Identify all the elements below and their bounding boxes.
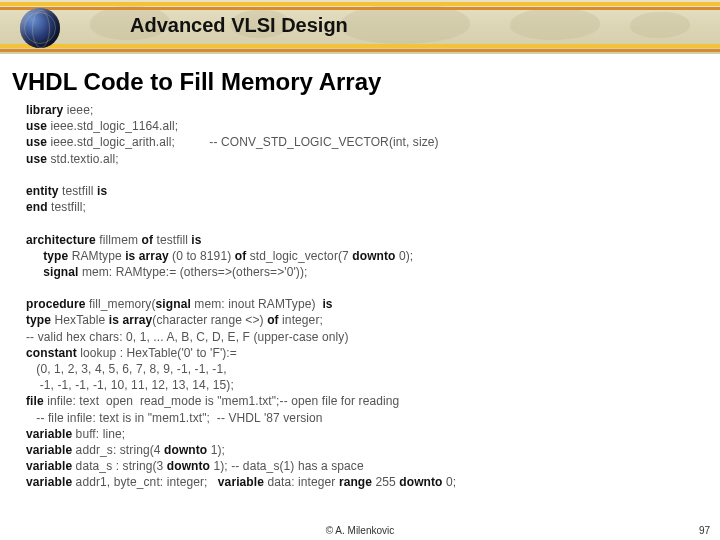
kw: downto [352,249,395,263]
t: addr_s: string(4 [72,443,164,457]
kw: is array [125,249,169,263]
t: mem: RAMtype:= (others=>(others=>'0')); [78,265,307,279]
t: buff: line; [72,427,125,441]
kw: variable [26,427,72,441]
banner: Advanced VLSI Design [0,0,720,54]
kw: range [339,475,372,489]
kw: architecture [26,233,96,247]
t: 1); [207,443,225,457]
t: ieee.std_logic_1164.all; [47,119,178,133]
kw: procedure [26,297,86,311]
t: (character range <>) [152,313,267,327]
t: std_logic_vector(7 [246,249,352,263]
footer-author: © A. Milenkovic [326,525,395,536]
t: ieee.std_logic_arith.all; -- CONV_STD_LO… [47,135,439,149]
globe-icon [20,8,60,48]
kw: type [26,249,68,263]
kw: use [26,119,47,133]
t: ieee; [63,103,93,117]
t: fill_memory( [86,297,156,311]
kw: variable [26,443,72,457]
t: (0, 1, 2, 3, 4, 5, 6, 7, 8, 9, -1, -1, -… [26,362,227,376]
t: -- file infile: text is in "mem1.txt"; -… [26,411,323,425]
kw: signal [26,265,78,279]
kw: variable [26,475,72,489]
kw: downto [167,459,210,473]
t: testfill [153,233,191,247]
kw: end [26,200,48,214]
kw: is [322,297,332,311]
kw: is [191,233,201,247]
t: integer; [279,313,323,327]
t: lookup : HexTable('0' to 'F'):= [77,346,237,360]
t: addr1, byte_cnt: integer; [72,475,218,489]
t: mem: inout RAMType) [191,297,323,311]
kw: is array [109,313,153,327]
kw: of [235,249,247,263]
t: testfill; [48,200,86,214]
t: (0 to 8191) [169,249,235,263]
kw: use [26,152,47,166]
t: 0; [443,475,457,489]
t: -1, -1, -1, -1, 10, 11, 12, 13, 14, 15); [26,378,234,392]
kw: type [26,313,51,327]
kw: downto [399,475,442,489]
code-block: library ieee; use ieee.std_logic_1164.al… [0,100,720,491]
t: HexTable [51,313,109,327]
t: data_s : string(3 [72,459,167,473]
kw: signal [156,297,191,311]
kw: of [267,313,279,327]
kw: library [26,103,63,117]
t: 1); -- data_s(1) has a space [210,459,364,473]
t: testfill [59,184,97,198]
kw: of [141,233,153,247]
kw: is [97,184,107,198]
kw: file [26,394,44,408]
t: -- valid hex chars: 0, 1, ... A, B, C, D… [26,330,349,344]
t: std.textio.all; [47,152,119,166]
t: fillmem [96,233,142,247]
kw: variable [26,459,72,473]
t: 0); [396,249,414,263]
t: RAMtype [68,249,125,263]
t: data: integer [264,475,339,489]
kw: constant [26,346,77,360]
slide-title: VHDL Code to Fill Memory Array [0,54,720,100]
kw: entity [26,184,59,198]
t: 255 [372,475,399,489]
kw: downto [164,443,207,457]
kw: variable [218,475,264,489]
course-title: Advanced VLSI Design [130,14,348,37]
footer-page-number: 97 [699,525,710,536]
t: infile: text open read_mode is "mem1.txt… [44,394,400,408]
kw: use [26,135,47,149]
